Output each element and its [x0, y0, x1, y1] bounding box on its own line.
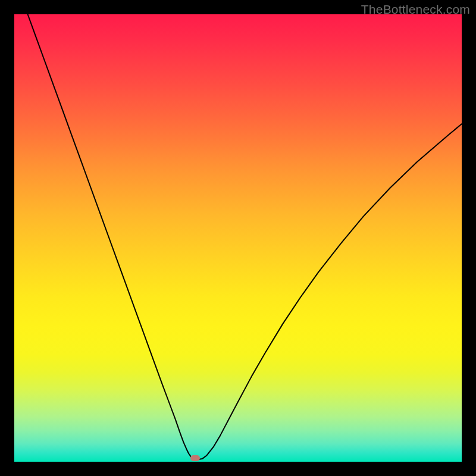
chart-frame: TheBottleneck.com — [0, 0, 476, 476]
curve-layer — [14, 14, 462, 462]
optimal-point-marker — [190, 455, 200, 461]
plot-area — [14, 14, 462, 462]
bottleneck-curve — [28, 14, 462, 459]
watermark-text: TheBottleneck.com — [361, 2, 470, 17]
